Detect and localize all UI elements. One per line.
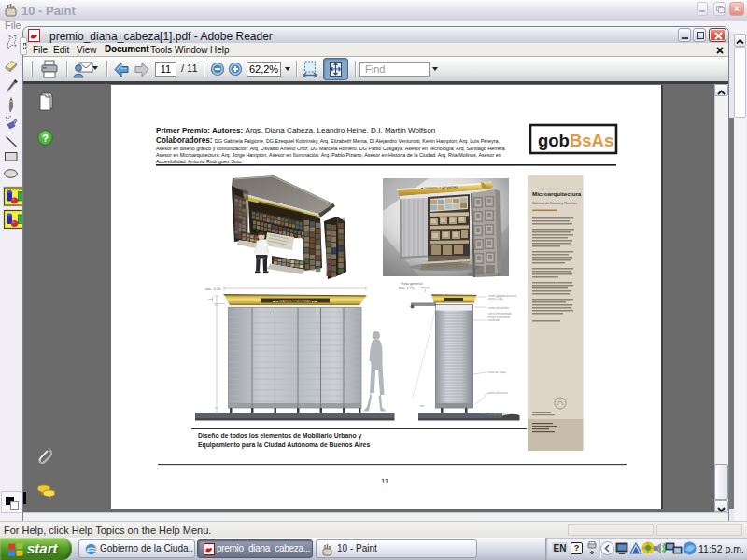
svg-text:Microarquitectura: Microarquitectura (532, 190, 582, 197)
svg-text:Asesor en Microarquitectura: A: Asesor en Microarquitectura: Arq. Jorge … (156, 152, 501, 158)
svg-text:Asesor en diseño gráfico y com: Asesor en diseño gráfico y comunicación:… (156, 146, 507, 151)
svg-text:Equipamiento para la Ciudad Au: Equipamiento para la Ciudad Autónoma de … (198, 441, 370, 449)
svg-text:▬ ■ DIARIOS Y REVISTAS ■ ▬: ▬ ■ DIARIOS Y REVISTAS ■ ▬ (273, 300, 317, 303)
svg-text:anodizado: anodizado (488, 318, 500, 322)
svg-text:min: min (420, 404, 425, 408)
svg-text:Primer Premio: Autores: Arqs.: Primer Premio: Autores: Arqs. Diana Cabe… (156, 126, 435, 134)
svg-text:cortina de enrollar: cortina de enrollar (488, 306, 509, 310)
svg-text:gobBsAs: gobBsAs (538, 131, 613, 150)
svg-text:esc. 1:10: esc. 1:10 (205, 287, 221, 291)
svg-text:puerta de acceso: puerta de acceso (488, 391, 509, 395)
svg-text:frente de chapa: frente de chapa (488, 371, 507, 374)
svg-text:11: 11 (381, 477, 389, 485)
svg-text:Colaboradores: DG Gabriela Fal: Colaboradores: DG Gabriela Falgione, DG … (156, 136, 500, 145)
svg-text:conica 12 ga.: conica 12 ga. (488, 297, 504, 301)
svg-text:esc. 1:75: esc. 1:75 (399, 286, 415, 290)
svg-text:Accesibilidad: Antonio Rodrígu: Accesibilidad: Antonio Rodríguez Soto. (156, 159, 243, 164)
svg-text:Cabinas de Diarios y Revistas: Cabinas de Diarios y Revistas (532, 202, 577, 205)
svg-text:Diseño de todos los elementos: Diseño de todos los elementos de Mobilia… (198, 432, 361, 440)
svg-text:solia de granito: solia de granito (488, 413, 506, 416)
svg-text:?: ? (42, 133, 49, 144)
